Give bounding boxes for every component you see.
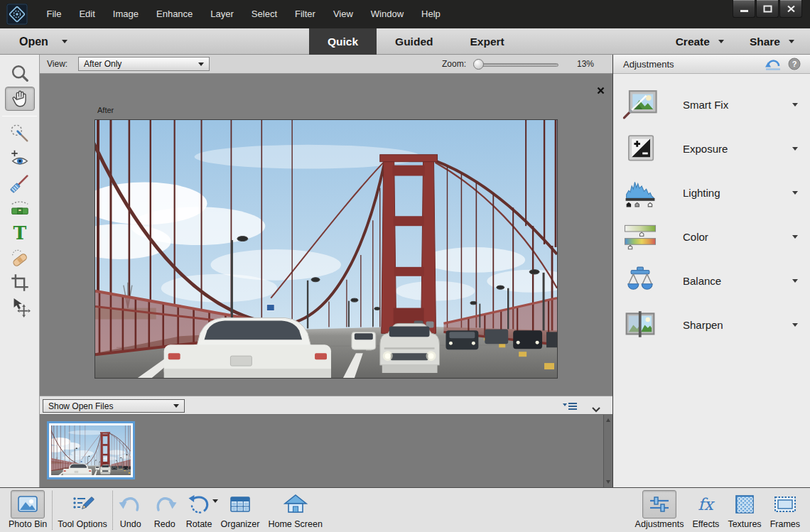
- menu-item-help[interactable]: Help: [413, 0, 450, 28]
- hand-icon: [9, 88, 31, 109]
- taskbar-redo[interactable]: Redo: [148, 488, 182, 532]
- menu-item-layer[interactable]: Layer: [202, 0, 243, 28]
- tab-guided[interactable]: Guided: [377, 28, 451, 55]
- menu-item-image[interactable]: Image: [104, 0, 147, 28]
- toothbrush-icon: [9, 173, 31, 194]
- close-icon: [597, 87, 605, 94]
- adjustment-label: Smart Fix: [683, 99, 728, 111]
- taskbar-organizer[interactable]: Organizer: [217, 488, 264, 532]
- close-image-button[interactable]: [595, 85, 605, 95]
- organizer-icon: [228, 494, 252, 515]
- share-button[interactable]: Share: [750, 36, 794, 48]
- view-label: View:: [47, 59, 68, 69]
- open-file-thumbnail[interactable]: [47, 421, 135, 479]
- svg-text:?: ?: [792, 60, 797, 68]
- adjustment-lighting[interactable]: Lighting: [613, 170, 810, 215]
- taskbar-home-screen[interactable]: Home Screen: [264, 488, 326, 532]
- help-icon: ?: [788, 58, 801, 70]
- adjustment-smart-fix[interactable]: Smart Fix: [613, 82, 810, 126]
- hand-tool[interactable]: [5, 87, 35, 111]
- zoom-tool[interactable]: [5, 62, 35, 86]
- window-controls: [733, 0, 802, 18]
- photo-bin-scrollbar[interactable]: [603, 415, 612, 487]
- adjustments-panel-header: Adjustments ?: [613, 55, 810, 74]
- balance-icon: [622, 266, 658, 296]
- lighting-icon: [622, 178, 658, 208]
- mode-tabbar: Open Quick Guided Expert Create Share: [0, 28, 810, 55]
- bin-menu-icon: [563, 401, 578, 411]
- mode-tabs: Quick Guided Expert: [309, 28, 523, 55]
- menu-item-filter[interactable]: Filter: [286, 0, 325, 28]
- photo-golden-gate-bridge[interactable]: [94, 119, 558, 379]
- taskbar-tool-options[interactable]: Tool Options: [53, 488, 111, 532]
- straighten-tool[interactable]: [5, 196, 35, 220]
- taskbar-adjustments[interactable]: Adjustments: [631, 488, 688, 532]
- type-tool[interactable]: T: [5, 221, 35, 245]
- adjustment-label: Lighting: [683, 187, 720, 199]
- photo-bin-toolbar: Show Open Files: [40, 396, 612, 415]
- quick-selection-tool[interactable]: [5, 121, 35, 146]
- selection-wand-icon: [9, 123, 31, 144]
- photo-bin-icon: [16, 494, 40, 515]
- menu-item-file[interactable]: File: [38, 0, 70, 28]
- adjustment-label: Balance: [683, 275, 721, 287]
- menu-item-edit[interactable]: Edit: [70, 0, 104, 28]
- help-button[interactable]: ?: [788, 58, 801, 72]
- redo-icon: [153, 494, 177, 515]
- adjustment-exposure[interactable]: Exposure: [613, 126, 810, 170]
- zoom-slider-thumb[interactable]: [473, 59, 484, 70]
- open-label: Open: [19, 36, 48, 48]
- whiten-teeth-tool[interactable]: [5, 171, 35, 195]
- adjustment-color[interactable]: Color: [613, 215, 810, 259]
- taskbar-photo-bin[interactable]: Photo Bin: [4, 488, 51, 532]
- taskbar-separator: [52, 491, 53, 530]
- adjustment-balance[interactable]: Balance: [613, 259, 810, 303]
- taskbar-item-label: Effects: [688, 519, 723, 529]
- menu-item-window[interactable]: Window: [362, 0, 412, 28]
- tab-quick[interactable]: Quick: [309, 28, 377, 55]
- maximize-button[interactable]: [756, 0, 779, 18]
- magnifier-icon: [9, 63, 31, 85]
- maximize-icon: [763, 5, 772, 13]
- move-tool[interactable]: [5, 295, 35, 320]
- tab-expert[interactable]: Expert: [451, 28, 522, 55]
- close-button[interactable]: [779, 0, 802, 18]
- adjustment-label: Color: [683, 231, 708, 243]
- crop-tool[interactable]: [5, 271, 35, 295]
- menu-item-view[interactable]: View: [324, 0, 362, 28]
- show-open-files-select[interactable]: Show Open Files: [43, 399, 185, 413]
- minimize-button[interactable]: [733, 0, 755, 18]
- taskbar-textures[interactable]: Textures: [723, 488, 765, 532]
- taskbar-frames[interactable]: Frames: [766, 488, 804, 532]
- create-label: Create: [676, 36, 710, 48]
- chevron-down-icon: [792, 191, 798, 195]
- taskbar-undo[interactable]: Undo: [114, 488, 148, 532]
- taskbar-right-group: Adjustments fx Effects: [627, 488, 810, 532]
- spot-healing-brush-tool[interactable]: [5, 246, 35, 270]
- open-button[interactable]: Open: [19, 28, 68, 55]
- share-label: Share: [750, 36, 780, 48]
- scroll-up-icon: [606, 418, 610, 422]
- zoom-slider-track[interactable]: [477, 63, 558, 67]
- bin-menu-button[interactable]: [563, 401, 578, 414]
- reset-panel-button[interactable]: [765, 58, 782, 73]
- menubar: File Edit Image Enhance Layer Select Fil…: [0, 0, 810, 28]
- app-logo-icon: [6, 4, 28, 25]
- collapse-bin-button[interactable]: [591, 403, 601, 416]
- frames-icon: [773, 494, 797, 515]
- taskbar-item-label: Organizer: [217, 519, 264, 529]
- red-eye-removal-tool[interactable]: [5, 146, 35, 170]
- taskbar-effects[interactable]: fx Effects: [688, 488, 723, 532]
- adjustment-sharpen[interactable]: Sharpen: [613, 303, 810, 347]
- menu-item-select[interactable]: Select: [242, 0, 286, 28]
- view-select[interactable]: After Only: [78, 57, 210, 71]
- menu-item-enhance[interactable]: Enhance: [148, 0, 202, 28]
- textures-icon: [733, 494, 757, 515]
- taskbar-rotate[interactable]: Rotate: [182, 488, 217, 532]
- create-button[interactable]: Create: [676, 36, 724, 48]
- chevron-down-icon: [173, 404, 179, 408]
- chevron-down-icon: [792, 235, 798, 239]
- options-bar: View: After Only Zoom: 13%: [40, 55, 612, 74]
- canvas-area: After: [40, 74, 612, 396]
- view-select-value: After Only: [84, 59, 122, 69]
